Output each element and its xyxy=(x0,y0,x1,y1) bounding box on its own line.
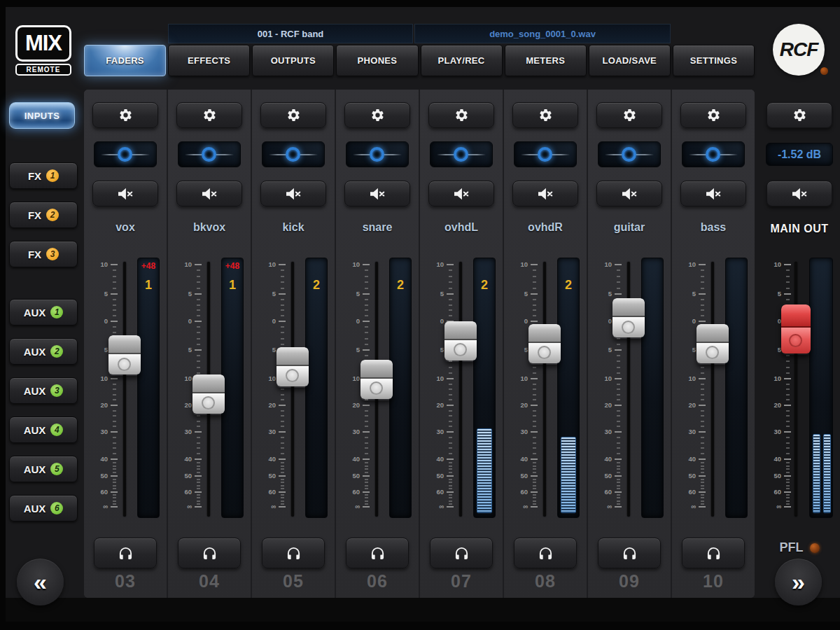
pan-knob[interactable] xyxy=(706,147,720,162)
tab-load-save[interactable]: LOAD/SAVE xyxy=(589,45,671,76)
channel-strip: kick 10505102030405060∞ 2 05 xyxy=(252,90,336,598)
aux-button-6[interactable]: AUX6 xyxy=(9,495,78,522)
mute-button[interactable] xyxy=(512,181,578,206)
aux-label: AUX xyxy=(24,307,46,318)
file-name-bar[interactable]: demo_song_0001_0.wav xyxy=(414,24,671,43)
session-name-bar[interactable]: 001 - RCF band xyxy=(168,24,413,43)
previous-bank-button[interactable]: « xyxy=(17,559,64,606)
pan-control[interactable] xyxy=(262,141,325,167)
fader-knob[interactable] xyxy=(528,324,561,365)
tab-settings[interactable]: SETTINGS xyxy=(673,45,755,76)
fader-knob[interactable] xyxy=(192,374,225,415)
pan-control[interactable] xyxy=(178,141,241,167)
aux-button-1[interactable]: AUX1 xyxy=(9,299,78,326)
channel-strip: guitar 10505102030405060∞ 09 xyxy=(588,90,672,598)
solo-phones-button[interactable] xyxy=(682,538,745,568)
channel-number: 10 xyxy=(672,571,755,592)
solo-phones-button[interactable] xyxy=(262,538,325,568)
mute-button[interactable] xyxy=(680,181,746,206)
pan-knob[interactable] xyxy=(454,147,468,162)
tab-outputs[interactable]: OUTPUTS xyxy=(252,45,334,76)
solo-phones-button[interactable] xyxy=(94,538,157,568)
tab-phones[interactable]: PHONES xyxy=(336,45,418,76)
fader-knob[interactable] xyxy=(108,335,141,376)
fx-button-3[interactable]: FX3 xyxy=(9,241,78,267)
channel-name: bkvox xyxy=(168,221,251,234)
pan-knob[interactable] xyxy=(286,147,300,162)
solo-phones-button[interactable] xyxy=(430,538,493,568)
mute-button[interactable] xyxy=(260,181,326,206)
status-led xyxy=(820,67,828,75)
mute-button[interactable] xyxy=(428,181,494,206)
channel-number: 03 xyxy=(84,571,167,592)
fader-knob[interactable] xyxy=(444,321,477,362)
pan-control[interactable] xyxy=(346,141,409,167)
aux-button-2[interactable]: AUX2 xyxy=(9,338,78,365)
mixer-app: MIX REMOTE 001 - RCF band demo_song_0001… xyxy=(6,7,840,622)
channel-settings-button[interactable] xyxy=(596,102,662,128)
next-bank-button[interactable]: » xyxy=(775,559,822,606)
channel-settings-button[interactable] xyxy=(176,102,242,128)
pan-control[interactable] xyxy=(430,141,493,167)
mute-icon xyxy=(791,187,808,201)
pan-knob[interactable] xyxy=(202,147,216,162)
fx-button-2[interactable]: FX2 xyxy=(9,202,78,228)
channel-name: bass xyxy=(672,221,755,234)
pan-control[interactable] xyxy=(682,141,745,167)
pan-knob[interactable] xyxy=(370,147,384,162)
pfl-led[interactable] xyxy=(810,543,820,553)
channel-number: 04 xyxy=(168,571,251,592)
headphones-icon xyxy=(538,546,554,561)
mute-button[interactable] xyxy=(344,181,410,206)
channel-settings-button[interactable] xyxy=(428,102,494,128)
fader-knob[interactable] xyxy=(612,298,645,339)
tab-faders[interactable]: FADERS xyxy=(84,45,166,76)
aux-button-4[interactable]: AUX4 xyxy=(9,416,78,443)
main-fader-knob[interactable] xyxy=(781,304,811,355)
pan-knob[interactable] xyxy=(118,147,132,162)
fader-knob[interactable] xyxy=(276,347,309,388)
solo-phones-button[interactable] xyxy=(514,538,577,568)
pan-control[interactable] xyxy=(94,141,157,167)
solo-phones-button[interactable] xyxy=(598,538,661,568)
channel-strip: ovhdR 10505102030405060∞ 2 08 xyxy=(504,90,588,598)
channel-name: snare xyxy=(336,221,419,234)
pan-knob[interactable] xyxy=(538,147,552,162)
pan-control[interactable] xyxy=(514,141,577,167)
channel-settings-button[interactable] xyxy=(512,102,578,128)
aux-label: AUX xyxy=(24,424,46,436)
solo-phones-button[interactable] xyxy=(178,538,241,568)
pan-control[interactable] xyxy=(598,141,661,167)
channel-strip: snare 10505102030405060∞ 2 06 xyxy=(336,90,420,598)
fader-zone: 10505102030405060∞ 2 xyxy=(252,258,335,524)
mute-button[interactable] xyxy=(596,181,662,206)
aux-button-3[interactable]: AUX3 xyxy=(9,377,78,404)
gear-icon xyxy=(792,108,807,122)
sidebar-inputs-button[interactable]: INPUTS xyxy=(9,102,75,129)
solo-phones-button[interactable] xyxy=(346,538,409,568)
aux-button-5[interactable]: AUX5 xyxy=(9,456,78,482)
mute-button[interactable] xyxy=(176,181,242,206)
aux-number-badge: 5 xyxy=(50,463,63,475)
fader-track xyxy=(711,262,714,517)
main-settings-button[interactable] xyxy=(766,102,832,128)
fx-number-badge: 2 xyxy=(46,209,59,221)
mute-button[interactable] xyxy=(92,181,158,206)
pan-knob[interactable] xyxy=(622,147,636,162)
gear-icon xyxy=(454,108,469,122)
fader-knob[interactable] xyxy=(360,360,393,400)
aux-number-badge: 1 xyxy=(50,306,63,318)
fader-knob[interactable] xyxy=(696,324,729,365)
fx-button-1[interactable]: FX1 xyxy=(9,162,78,189)
channel-settings-button[interactable] xyxy=(344,102,410,128)
main-level-display: -1.52 dB xyxy=(766,143,833,166)
channel-settings-button[interactable] xyxy=(260,102,326,128)
tab-effects[interactable]: EFFECTS xyxy=(168,45,250,76)
channel-settings-button[interactable] xyxy=(680,102,746,128)
channel-settings-button[interactable] xyxy=(92,102,158,128)
main-mute-button[interactable] xyxy=(766,181,832,206)
aux-number-badge: 6 xyxy=(50,502,63,514)
tab-play-rec[interactable]: PLAY/REC xyxy=(421,45,503,76)
tab-meters[interactable]: METERS xyxy=(505,45,587,76)
level-meter: 2 xyxy=(473,258,496,518)
